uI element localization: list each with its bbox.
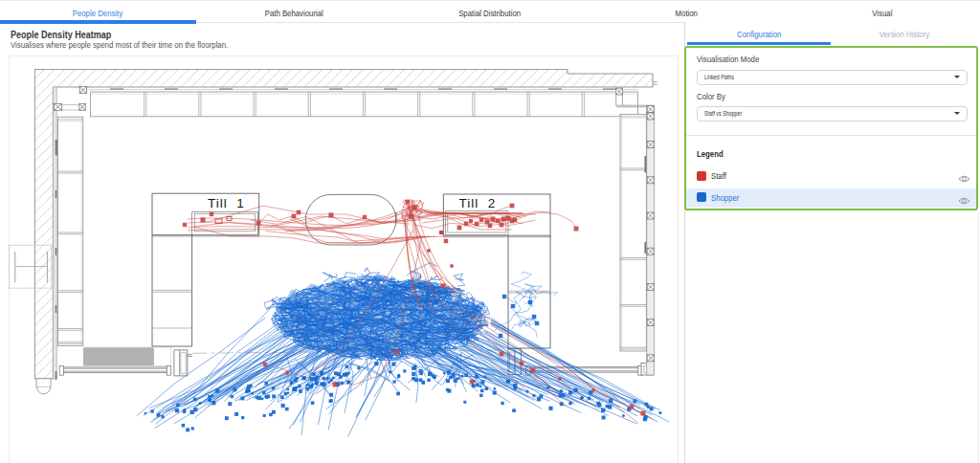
svg-text:Till 1: Till 1 bbox=[208, 196, 245, 210]
svg-text:Till 2: Till 2 bbox=[459, 196, 497, 210]
